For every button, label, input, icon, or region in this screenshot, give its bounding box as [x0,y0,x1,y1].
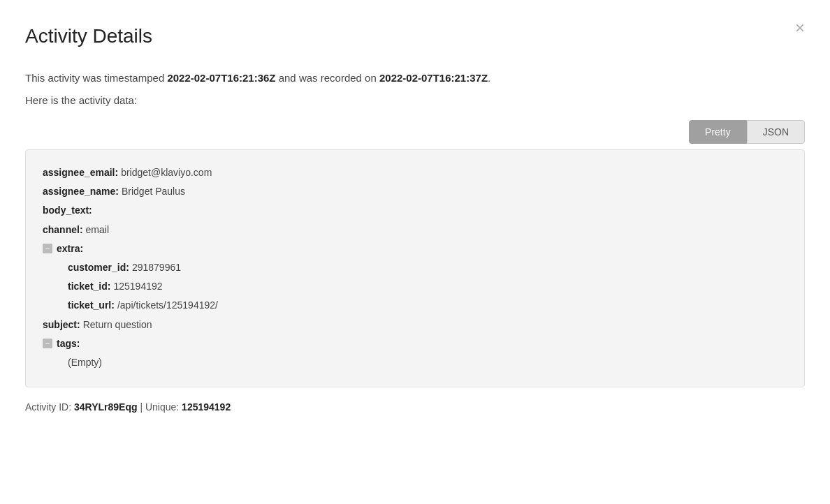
activity-id-val: 34RYLr89Eqg [74,401,138,413]
tags-header: – tags: [43,335,787,353]
assignee-name-row: assignee_name: Bridget Paulus [43,183,787,200]
description-part3: . [488,72,490,84]
unique-label: Unique: [145,401,182,413]
assignee-name-val: Bridget Paulus [122,183,185,200]
unique-val: 125194192 [182,401,231,413]
footer: Activity ID: 34RYLr89Eqg | Unique: 12519… [25,401,805,413]
modal-container: Activity Details × This activity was tim… [0,0,830,504]
assignee-email-key: assignee_email: [43,164,118,181]
customer-id-row: customer_id: 291879961 [68,259,787,276]
body-text-key: body_text: [43,202,92,219]
channel-row: channel: email [43,221,787,239]
subject-val: Return question [83,316,152,334]
subject-row: subject: Return question [43,316,787,334]
ticket-url-row: ticket_url: /api/tickets/125194192/ [68,297,787,314]
ticket-url-val: /api/tickets/125194192/ [117,297,218,314]
extra-header: – extra: [43,240,787,258]
activity-id-label: Activity ID: [25,401,74,413]
here-label: Here is the activity data: [25,92,805,109]
description-part2: and was recorded on [276,72,379,84]
json-button[interactable]: JSON [747,120,805,144]
tags-empty-row: (Empty) [68,354,787,371]
timestamp: 2022-02-07T16:21:36Z [167,72,275,84]
modal-title: Activity Details [25,25,805,47]
tags-nested: (Empty) [68,354,787,371]
extra-key: extra: [57,240,83,258]
close-button[interactable]: × [795,20,805,36]
footer-separator: | [138,401,145,413]
extra-collapse-icon[interactable]: – [43,244,52,253]
subject-key: subject: [43,316,80,334]
customer-id-key: customer_id: [68,259,129,276]
body-text-row: body_text: [43,202,787,219]
extra-nested: customer_id: 291879961 ticket_id: 125194… [68,259,787,315]
view-toggle-bar: Pretty JSON [25,120,805,144]
ticket-url-key: ticket_url: [68,297,115,314]
ticket-id-row: ticket_id: 125194192 [68,278,787,295]
tags-val: (Empty) [68,354,102,371]
data-panel: assignee_email: bridget@klaviyo.com assi… [25,149,805,387]
description: This activity was timestamped 2022-02-07… [25,70,805,87]
assignee-name-key: assignee_name: [43,183,119,200]
ticket-id-key: ticket_id: [68,278,110,295]
channel-val: email [86,221,109,239]
tags-collapse-icon[interactable]: – [43,339,52,348]
pretty-button[interactable]: Pretty [689,120,747,144]
channel-key: channel: [43,221,83,239]
description-part1: This activity was timestamped [25,72,167,84]
ticket-id-val: 125194192 [113,278,162,295]
customer-id-val: 291879961 [132,259,181,276]
assignee-email-val: bridget@klaviyo.com [121,164,212,181]
tags-key: tags: [57,335,80,353]
assignee-email-row: assignee_email: bridget@klaviyo.com [43,164,787,181]
recorded-on: 2022-02-07T16:21:37Z [379,72,488,84]
